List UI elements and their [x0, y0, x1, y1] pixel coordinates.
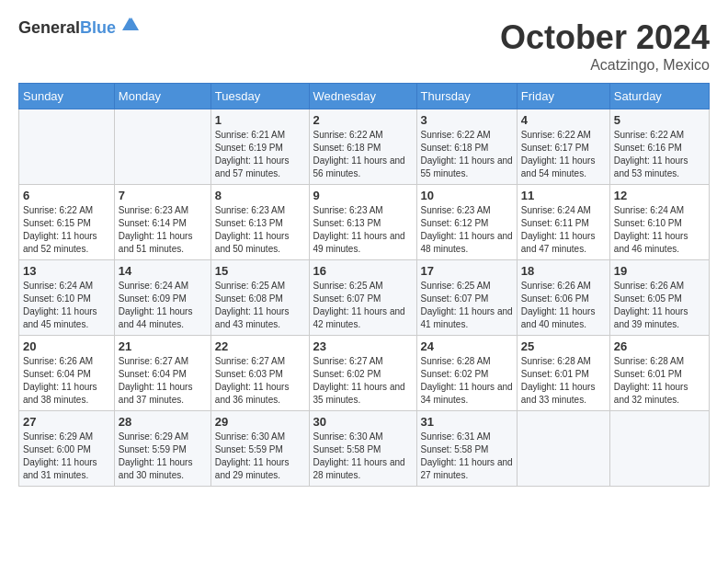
- table-row: 26Sunrise: 6:28 AMSunset: 6:01 PMDayligh…: [609, 336, 709, 411]
- table-row: 9Sunrise: 6:23 AMSunset: 6:13 PMDaylight…: [309, 185, 416, 260]
- day-info: Sunrise: 6:22 AMSunset: 6:18 PMDaylight:…: [313, 129, 413, 180]
- day-info: Sunrise: 6:28 AMSunset: 6:01 PMDaylight:…: [614, 355, 705, 407]
- day-number: 23: [313, 339, 413, 353]
- day-info: Sunrise: 6:22 AMSunset: 6:17 PMDaylight:…: [521, 129, 606, 180]
- logo-blue-text: Blue: [80, 18, 116, 37]
- day-number: 20: [23, 339, 110, 353]
- day-info: Sunrise: 6:22 AMSunset: 6:16 PMDaylight:…: [614, 129, 705, 180]
- table-row: 16Sunrise: 6:25 AMSunset: 6:07 PMDayligh…: [309, 260, 416, 336]
- day-info: Sunrise: 6:30 AMSunset: 5:58 PMDaylight:…: [313, 431, 413, 482]
- day-info: Sunrise: 6:24 AMSunset: 6:11 PMDaylight:…: [521, 204, 606, 256]
- table-row: 19Sunrise: 6:26 AMSunset: 6:05 PMDayligh…: [609, 260, 709, 336]
- day-info: Sunrise: 6:24 AMSunset: 6:10 PMDaylight:…: [23, 280, 110, 331]
- day-number: 12: [614, 189, 705, 202]
- table-row: 25Sunrise: 6:28 AMSunset: 6:01 PMDayligh…: [517, 336, 609, 411]
- calendar-week-row: 13Sunrise: 6:24 AMSunset: 6:10 PMDayligh…: [19, 260, 710, 336]
- table-row: 4Sunrise: 6:22 AMSunset: 6:17 PMDaylight…: [517, 109, 609, 185]
- calendar-week-row: 20Sunrise: 6:26 AMSunset: 6:04 PMDayligh…: [19, 336, 710, 411]
- table-row: 24Sunrise: 6:28 AMSunset: 6:02 PMDayligh…: [416, 336, 517, 411]
- calendar-week-row: 1Sunrise: 6:21 AMSunset: 6:19 PMDaylight…: [19, 109, 710, 185]
- day-info: Sunrise: 6:28 AMSunset: 6:01 PMDaylight:…: [521, 355, 606, 407]
- day-number: 13: [23, 264, 110, 278]
- table-row: 15Sunrise: 6:25 AMSunset: 6:08 PMDayligh…: [210, 260, 309, 336]
- month-title: October 2024: [500, 18, 710, 57]
- table-row: 18Sunrise: 6:26 AMSunset: 6:06 PMDayligh…: [517, 260, 609, 336]
- day-number: 24: [421, 339, 513, 353]
- day-info: Sunrise: 6:29 AMSunset: 6:00 PMDaylight:…: [23, 431, 110, 482]
- table-row: 17Sunrise: 6:25 AMSunset: 6:07 PMDayligh…: [416, 260, 517, 336]
- table-row: 2Sunrise: 6:22 AMSunset: 6:18 PMDaylight…: [309, 109, 416, 185]
- logo-general-text: General: [18, 18, 80, 37]
- table-row: 28Sunrise: 6:29 AMSunset: 5:59 PMDayligh…: [114, 411, 210, 487]
- day-number: 10: [421, 189, 513, 202]
- day-number: 28: [119, 415, 207, 429]
- day-info: Sunrise: 6:24 AMSunset: 6:10 PMDaylight:…: [614, 204, 705, 256]
- day-info: Sunrise: 6:25 AMSunset: 6:07 PMDaylight:…: [313, 280, 413, 331]
- table-row: 21Sunrise: 6:27 AMSunset: 6:04 PMDayligh…: [114, 336, 210, 411]
- col-sunday: Sunday: [19, 84, 115, 109]
- table-row: 13Sunrise: 6:24 AMSunset: 6:10 PMDayligh…: [19, 260, 115, 336]
- table-row: 30Sunrise: 6:30 AMSunset: 5:58 PMDayligh…: [309, 411, 416, 487]
- calendar-week-row: 6Sunrise: 6:22 AMSunset: 6:15 PMDaylight…: [19, 185, 710, 260]
- day-info: Sunrise: 6:22 AMSunset: 6:15 PMDaylight:…: [23, 204, 110, 256]
- table-row: [19, 109, 115, 185]
- day-info: Sunrise: 6:21 AMSunset: 6:19 PMDaylight:…: [215, 129, 305, 180]
- day-number: 25: [521, 339, 606, 353]
- day-number: 6: [23, 189, 110, 202]
- calendar-header-row: Sunday Monday Tuesday Wednesday Thursday…: [19, 84, 710, 109]
- col-wednesday: Wednesday: [309, 84, 416, 109]
- table-row: 11Sunrise: 6:24 AMSunset: 6:11 PMDayligh…: [517, 185, 609, 260]
- title-block: October 2024 Acatzingo, Mexico: [500, 18, 710, 74]
- day-info: Sunrise: 6:23 AMSunset: 6:12 PMDaylight:…: [421, 204, 513, 256]
- day-info: Sunrise: 6:23 AMSunset: 6:13 PMDaylight:…: [313, 204, 413, 256]
- day-info: Sunrise: 6:25 AMSunset: 6:08 PMDaylight:…: [215, 280, 305, 331]
- calendar-week-row: 27Sunrise: 6:29 AMSunset: 6:00 PMDayligh…: [19, 411, 710, 487]
- day-number: 27: [23, 415, 110, 429]
- table-row: [517, 411, 609, 487]
- day-number: 30: [313, 415, 413, 429]
- table-row: 14Sunrise: 6:24 AMSunset: 6:09 PMDayligh…: [114, 260, 210, 336]
- table-row: 5Sunrise: 6:22 AMSunset: 6:16 PMDaylight…: [609, 109, 709, 185]
- day-number: 22: [215, 339, 305, 353]
- day-number: 29: [215, 415, 305, 429]
- day-info: Sunrise: 6:24 AMSunset: 6:09 PMDaylight:…: [119, 280, 207, 331]
- logo-icon: [119, 14, 141, 36]
- col-thursday: Thursday: [416, 84, 517, 109]
- day-number: 2: [313, 113, 413, 127]
- day-number: 9: [313, 189, 413, 202]
- table-row: 1Sunrise: 6:21 AMSunset: 6:19 PMDaylight…: [210, 109, 309, 185]
- table-row: 29Sunrise: 6:30 AMSunset: 5:59 PMDayligh…: [210, 411, 309, 487]
- day-number: 3: [421, 113, 513, 127]
- col-tuesday: Tuesday: [210, 84, 309, 109]
- col-monday: Monday: [114, 84, 210, 109]
- col-friday: Friday: [517, 84, 609, 109]
- day-number: 1: [215, 113, 305, 127]
- day-number: 11: [521, 189, 606, 202]
- table-row: 10Sunrise: 6:23 AMSunset: 6:12 PMDayligh…: [416, 185, 517, 260]
- day-info: Sunrise: 6:30 AMSunset: 5:59 PMDaylight:…: [215, 431, 305, 482]
- day-number: 17: [421, 264, 513, 278]
- day-number: 21: [119, 339, 207, 353]
- day-number: 8: [215, 189, 305, 202]
- day-number: 31: [421, 415, 513, 429]
- page-header: GeneralBlue October 2024 Acatzingo, Mexi…: [18, 18, 710, 74]
- logo: GeneralBlue: [18, 18, 141, 38]
- day-number: 4: [521, 113, 606, 127]
- table-row: 3Sunrise: 6:22 AMSunset: 6:18 PMDaylight…: [416, 109, 517, 185]
- day-info: Sunrise: 6:28 AMSunset: 6:02 PMDaylight:…: [421, 355, 513, 407]
- day-number: 15: [215, 264, 305, 278]
- table-row: 6Sunrise: 6:22 AMSunset: 6:15 PMDaylight…: [19, 185, 115, 260]
- col-saturday: Saturday: [609, 84, 709, 109]
- day-number: 19: [614, 264, 705, 278]
- day-info: Sunrise: 6:26 AMSunset: 6:05 PMDaylight:…: [614, 280, 705, 331]
- calendar-table: Sunday Monday Tuesday Wednesday Thursday…: [18, 83, 710, 487]
- day-info: Sunrise: 6:26 AMSunset: 6:06 PMDaylight:…: [521, 280, 606, 331]
- day-number: 5: [614, 113, 705, 127]
- table-row: 27Sunrise: 6:29 AMSunset: 6:00 PMDayligh…: [19, 411, 115, 487]
- day-info: Sunrise: 6:27 AMSunset: 6:04 PMDaylight:…: [119, 355, 207, 407]
- table-row: 7Sunrise: 6:23 AMSunset: 6:14 PMDaylight…: [114, 185, 210, 260]
- day-info: Sunrise: 6:26 AMSunset: 6:04 PMDaylight:…: [23, 355, 110, 407]
- day-number: 16: [313, 264, 413, 278]
- day-number: 7: [119, 189, 207, 202]
- day-info: Sunrise: 6:27 AMSunset: 6:03 PMDaylight:…: [215, 355, 305, 407]
